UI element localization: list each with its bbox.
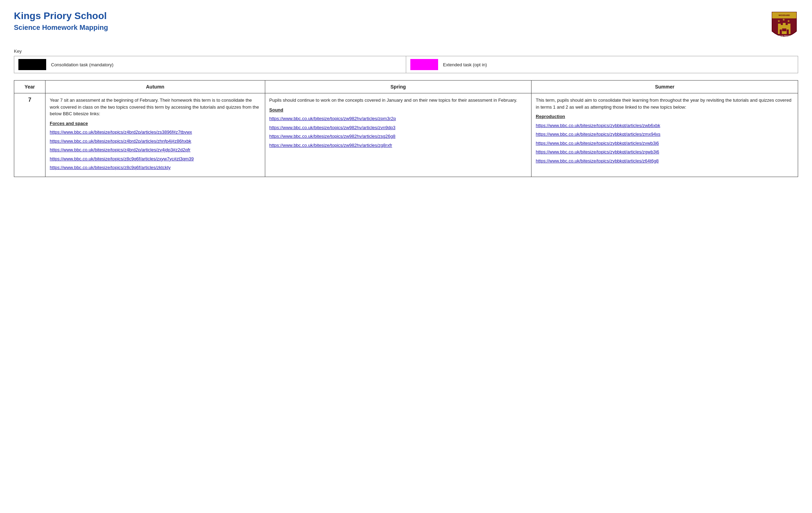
spring-intro: Pupils should continue to work on the co… (269, 97, 527, 104)
col-summer-header: Summer (531, 81, 798, 93)
autumn-link-2[interactable]: https://www.bbc.co.uk/bitesize/topics/z4… (50, 138, 260, 145)
svg-rect-6 (778, 24, 781, 26)
autumn-content: Year 7 sit an assessment at the beginnin… (50, 97, 260, 171)
autumn-cell: Year 7 sit an assessment at the beginnin… (45, 93, 265, 177)
svg-text:★: ★ (782, 18, 785, 22)
page-subtitle: Science Homework Mapping (14, 24, 108, 32)
key-consolidation: Consolidation task (mandatory) (14, 56, 406, 73)
summer-cell: This term, pupils should aim to consolid… (531, 93, 798, 177)
key-row: Consolidation task (mandatory) Extended … (14, 56, 798, 73)
autumn-link-5[interactable]: https://www.bbc.co.uk/bitesize/topics/z8… (50, 164, 260, 171)
spring-content: Pupils should continue to work on the co… (269, 97, 527, 149)
spring-link-2[interactable]: https://www.bbc.co.uk/bitesize/topics/zw… (269, 124, 527, 131)
svg-text:KINGS PRIORY: KINGS PRIORY (777, 35, 791, 37)
main-table: Year Autumn Spring Summer 7 Year 7 sit a… (14, 80, 798, 177)
svg-text:★: ★ (777, 19, 780, 23)
svg-text:WOODARD: WOODARD (779, 14, 790, 16)
key-extended: Extended task (opt in) (406, 56, 798, 73)
autumn-link-1[interactable]: https://www.bbc.co.uk/bitesize/topics/z4… (50, 129, 260, 136)
svg-rect-11 (782, 28, 786, 31)
summer-section-title: Reproduction (536, 113, 794, 120)
title-block: Kings Priory School Science Homework Map… (14, 10, 108, 32)
key-label: Key (14, 49, 798, 54)
extended-label: Extended task (opt in) (443, 62, 487, 67)
summer-link-3[interactable]: https://www.bbc.co.uk/bitesize/topics/zy… (536, 140, 794, 147)
spring-link-1[interactable]: https://www.bbc.co.uk/bitesize/topics/zw… (269, 115, 527, 122)
extended-color-box (410, 59, 438, 70)
header: Kings Priory School Science Homework Map… (14, 10, 798, 42)
key-section: Key Consolidation task (mandatory) Exten… (14, 49, 798, 73)
year-value: 7 (14, 93, 45, 177)
summer-link-1[interactable]: https://www.bbc.co.uk/bitesize/topics/zy… (536, 122, 794, 129)
autumn-link-4[interactable]: https://www.bbc.co.uk/bitesize/topics/z8… (50, 155, 260, 162)
autumn-link-3[interactable]: https://www.bbc.co.uk/bitesize/topics/z4… (50, 146, 260, 153)
summer-link-4[interactable]: https://www.bbc.co.uk/bitesize/topics/zy… (536, 149, 794, 155)
spring-cell: Pupils should continue to work on the co… (265, 93, 531, 177)
col-spring-header: Spring (265, 81, 531, 93)
summer-link-2[interactable]: https://www.bbc.co.uk/bitesize/topics/zy… (536, 131, 794, 138)
autumn-intro: Year 7 sit an assessment at the beginnin… (50, 97, 260, 117)
svg-text:★: ★ (787, 19, 790, 23)
summer-intro: This term, pupils should aim to consolid… (536, 97, 794, 110)
svg-rect-7 (783, 23, 786, 26)
school-name: Kings Priory School (14, 10, 108, 22)
summer-content: This term, pupils should aim to consolid… (536, 97, 794, 164)
col-autumn-header: Autumn (45, 81, 265, 93)
spring-link-4[interactable]: https://www.bbc.co.uk/bitesize/topics/zw… (269, 142, 527, 149)
consolidation-label: Consolidation task (mandatory) (51, 62, 114, 67)
col-year-header: Year (14, 81, 45, 93)
logo-area: WOODARD ★ ★ ★ KINGS PRIORY (770, 10, 798, 42)
autumn-section-title: Forces and space (50, 120, 260, 127)
consolidation-color-box (18, 59, 46, 70)
table-row: 7 Year 7 sit an assessment at the beginn… (14, 93, 798, 177)
school-logo-icon: WOODARD ★ ★ ★ KINGS PRIORY (770, 10, 798, 42)
svg-rect-10 (787, 30, 789, 34)
summer-link-5[interactable]: https://www.bbc.co.uk/bitesize/topics/zy… (536, 158, 794, 165)
svg-rect-9 (780, 30, 782, 34)
spring-link-3[interactable]: https://www.bbc.co.uk/bitesize/topics/zw… (269, 133, 527, 140)
svg-rect-8 (788, 24, 790, 26)
spring-section-title: Sound (269, 107, 527, 113)
